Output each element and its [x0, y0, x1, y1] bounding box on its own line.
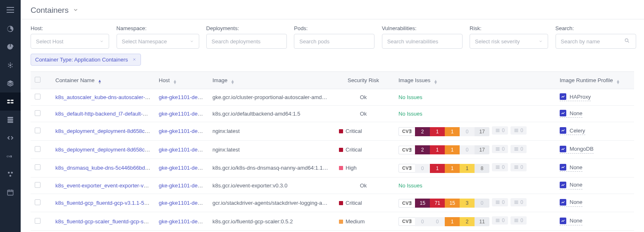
active-filter-pill: Container Type: Application Containers [31, 54, 141, 66]
runtime-profile[interactable]: HAProxy [560, 93, 591, 101]
cve-strip: CVƎ 0 0 1 2 11 [398, 217, 489, 226]
filter-risk-select[interactable]: Select risk severity [470, 34, 548, 49]
sidebar-item-dashboard[interactable] [0, 20, 21, 38]
container-name-link[interactable]: k8s_event-exporter_event-exporter-v0.3.0… [55, 182, 155, 189]
filter-pods-input[interactable] [294, 34, 374, 49]
col-container-name[interactable]: Container Name ▲▼ [51, 72, 155, 89]
sidebar-item-cve[interactable]: CVƎ [0, 147, 21, 165]
aux-badge: 0 [510, 216, 527, 225]
profile-name: None [570, 110, 582, 116]
runtime-profile[interactable]: None [560, 164, 582, 172]
risk-indicator-icon [339, 201, 343, 205]
filter-deployments-input[interactable] [206, 34, 287, 49]
host-link[interactable]: gke-gke1101-defaul… [159, 94, 208, 100]
sort-icon: ▲▼ [98, 80, 102, 84]
risk-text: Ok [360, 94, 367, 100]
host-link[interactable]: gke-gke1101-defaul… [159, 165, 208, 171]
col-host[interactable]: Host ▲▼ [155, 72, 208, 89]
col-image-issues[interactable]: Image Issues ▲▼ [394, 72, 556, 89]
table-row: k8s_dnsmasq_kube-dns-5c446b66bd-pms8g_… … [31, 159, 634, 178]
cve-label: CVƎ [398, 164, 415, 173]
row-checkbox[interactable] [35, 182, 41, 188]
sidebar-item-reports[interactable] [0, 38, 21, 56]
sidebar-item-containers[interactable] [0, 92, 21, 111]
host-link[interactable]: gke-gke1101-defaul… [159, 128, 208, 134]
container-name-link[interactable]: k8s_deployment_deployment-8d658cc86-pbx… [55, 147, 155, 153]
container-name-link[interactable]: k8s_default-http-backend_l7-default-back… [55, 111, 155, 117]
host-link[interactable]: gke-gke1101-defaul… [159, 200, 208, 206]
sidebar-item-servers[interactable] [0, 111, 21, 129]
cve-seg: 1 [430, 127, 445, 136]
container-name-link[interactable]: k8s_fluentd-gcp-scaler_fluentd-gcp-scale… [55, 218, 155, 225]
svg-rect-26 [514, 147, 518, 148]
search-icon[interactable] [624, 38, 630, 45]
cve-seg: 0 [430, 217, 445, 226]
filters-row: Host: Select Host Namespace: Select Name… [21, 19, 644, 51]
col-runtime-profile[interactable]: Image Runtime Profile ▲▼ [556, 72, 634, 89]
container-name-link[interactable]: k8s_fluentd-gcp_fluentd-gcp-v3.1.1-5fngd… [55, 200, 155, 206]
col-image[interactable]: Image ▲▼ [208, 72, 332, 89]
sidebar-item-code[interactable] [0, 129, 21, 147]
table-row: k8s_deployment_deployment-8d658cc86-pbx…… [31, 140, 634, 159]
risk-text: High [346, 165, 357, 171]
close-icon[interactable] [132, 57, 136, 63]
runtime-profile[interactable]: MongoDB [560, 146, 594, 154]
row-checkbox[interactable] [35, 110, 41, 116]
risk-indicator-icon [339, 129, 343, 133]
runtime-profile[interactable]: None [560, 199, 582, 207]
svg-rect-30 [496, 167, 500, 168]
svg-rect-6 [11, 100, 14, 101]
filter-namespace-select[interactable]: Select Namespace [117, 34, 199, 49]
svg-rect-9 [7, 119, 13, 121]
filter-search-label: Search: [556, 25, 634, 31]
runtime-profile[interactable]: None [560, 110, 582, 118]
row-checkbox[interactable] [35, 128, 41, 133]
host-link[interactable]: gke-gke1101-defaul… [159, 147, 208, 153]
filter-host-select[interactable]: Select Host [31, 34, 109, 49]
sidebar-item-cluster[interactable] [0, 165, 21, 183]
col-security-risk[interactable]: Security Risk [332, 72, 394, 89]
risk-text: Ok [360, 111, 367, 117]
container-name-link[interactable]: k8s_dnsmasq_kube-dns-5c446b66bd-pms8g_… [55, 165, 155, 171]
aux-badge: 0 [492, 198, 508, 206]
container-name-link[interactable]: k8s_deployment_deployment-8d658cc86-95k… [55, 128, 155, 134]
chevron-down-icon[interactable] [73, 7, 79, 14]
runtime-profile[interactable]: None [560, 182, 582, 189]
risk-indicator-icon [339, 166, 343, 170]
risk-text: Medium [346, 218, 365, 225]
profile-icon [560, 182, 566, 188]
row-checkbox[interactable] [35, 164, 41, 170]
host-link[interactable]: gke-gke1101-defaul… [159, 111, 208, 117]
menu-toggle[interactable] [0, 0, 21, 20]
container-name-link[interactable]: k8s_autoscaler_kube-dns-autoscaler-8687c… [55, 94, 155, 100]
sidebar-item-calendar[interactable] [0, 183, 21, 201]
svg-rect-5 [7, 102, 10, 104]
row-checkbox[interactable] [35, 146, 41, 152]
aux-badge: 0 [492, 163, 508, 171]
profile-name: None [570, 182, 582, 188]
chevron-down-icon [190, 39, 194, 43]
image-text: k8s.gcr.io/defaultbackend-amd64:1.5 [212, 111, 300, 117]
profile-icon [560, 164, 566, 170]
filter-vulnerabilities-label: Vulnerabilities: [382, 25, 460, 31]
filter-deployments-label: Deployments: [206, 25, 285, 31]
select-all-checkbox[interactable] [35, 77, 41, 83]
svg-rect-2 [7, 12, 14, 13]
filter-namespace-label: Namespace: [117, 25, 197, 31]
row-checkbox[interactable] [35, 199, 41, 205]
sidebar-item-layers[interactable] [0, 74, 21, 92]
image-text: gke.gcr.io/cluster-proportional-autoscal… [212, 94, 330, 100]
table-row: k8s_event-exporter_event-exporter-v0.3.0… [31, 177, 634, 194]
sort-icon: ▲▼ [231, 80, 235, 84]
sidebar-item-kubernetes[interactable] [0, 56, 21, 74]
cve-seg: 1 [445, 217, 460, 226]
row-checkbox[interactable] [35, 218, 41, 224]
runtime-profile[interactable]: Celery [560, 127, 585, 135]
svg-rect-38 [514, 201, 518, 201]
host-link[interactable]: gke-gke1101-defaul… [159, 182, 208, 189]
filter-vulnerabilities-input[interactable] [382, 34, 463, 49]
runtime-profile[interactable]: None [560, 218, 582, 225]
row-checkbox[interactable] [35, 94, 41, 99]
host-link[interactable]: gke-gke1101-defaul… [159, 218, 208, 225]
svg-rect-27 [514, 149, 518, 149]
